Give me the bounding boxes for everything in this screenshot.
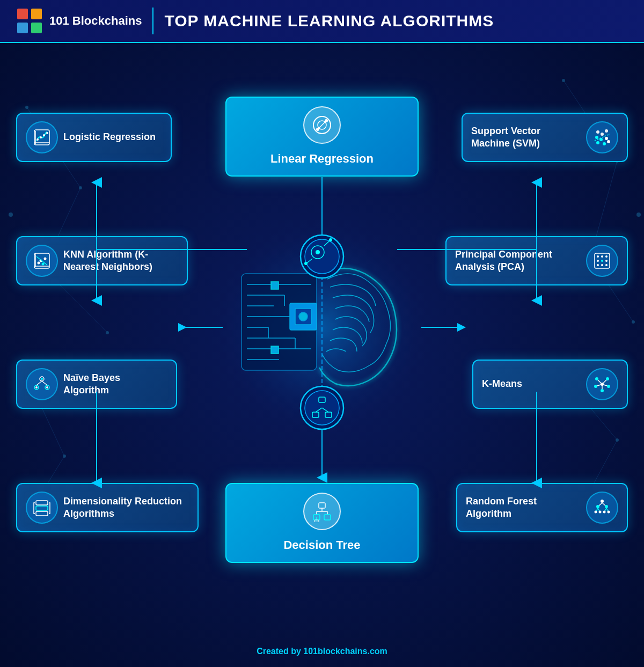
svg-point-78	[304, 262, 308, 265]
card-knn: KNN Algorithm (K-Nearest Neighbors)	[16, 236, 188, 285]
pca-label: Principal Component Analysis (PCA)	[455, 248, 581, 274]
svg-point-96	[36, 138, 39, 141]
svg-rect-29	[17, 23, 28, 33]
kmeans-label: K-Means	[482, 378, 522, 390]
svg-point-121	[605, 255, 608, 258]
linear-regression-label: Linear Regression	[270, 151, 374, 167]
card-random-forest: Random Forest Algorithm	[456, 483, 628, 532]
svg-point-105	[605, 137, 608, 140]
random-forest-label: Random Forest Algorithm	[466, 495, 581, 521]
card-linear-regression: Linear Regression	[225, 97, 419, 177]
svg-rect-150	[319, 503, 325, 508]
dimensionality-label: Dimensionality Reduction Algorithms	[63, 495, 189, 521]
svg-point-142	[594, 385, 597, 388]
svg-point-134	[35, 386, 38, 389]
svg-point-106	[596, 141, 599, 144]
svg-point-101	[601, 133, 604, 136]
main-content: Linear Regression Logistic Regression Su…	[0, 43, 644, 667]
svg-point-135	[46, 386, 48, 389]
svg-point-146	[601, 389, 604, 392]
svg-rect-148	[36, 506, 48, 510]
logo-icon	[16, 8, 43, 34]
dimensionality-icon	[26, 492, 58, 524]
logo-area: 101 Blockchains	[16, 8, 142, 34]
svm-icon	[586, 121, 618, 153]
svg-point-171	[608, 511, 610, 514]
knn-icon	[26, 245, 58, 277]
footer-text: Created by	[257, 647, 303, 656]
svg-point-103	[595, 136, 598, 139]
svg-point-125	[597, 264, 599, 266]
svg-point-168	[595, 511, 597, 514]
svg-rect-147	[36, 501, 48, 505]
svg-point-108	[607, 140, 610, 143]
logistic-regression-icon	[26, 121, 58, 153]
svg-point-123	[601, 260, 603, 262]
card-pca: Principal Component Analysis (PCA)	[445, 236, 628, 285]
card-decision-tree: Decision Tree	[225, 483, 419, 563]
svg-point-170	[603, 511, 606, 514]
svg-point-126	[601, 264, 603, 266]
svg-line-131	[36, 381, 42, 385]
svg-point-120	[601, 255, 603, 258]
svg-point-162	[596, 505, 599, 508]
brand-name: 101 Blockchains	[49, 14, 142, 28]
svg-point-99	[46, 132, 48, 134]
naive-bayes-icon	[26, 368, 58, 400]
page-title: TOP MACHINE LEARNING ALGORITHMS	[164, 12, 494, 30]
svg-point-122	[597, 260, 599, 262]
svg-point-115	[42, 263, 45, 266]
svg-point-102	[605, 129, 608, 133]
card-logistic-regression: Logistic Regression	[16, 113, 172, 162]
card-svm: Support Vector Machine (SVM)	[462, 113, 628, 162]
svg-point-124	[605, 260, 608, 262]
svg-point-69	[299, 312, 308, 321]
svg-point-113	[38, 262, 40, 265]
svg-point-100	[596, 130, 599, 134]
svg-rect-27	[17, 9, 28, 19]
svg-point-159	[601, 500, 604, 503]
svg-point-163	[605, 505, 608, 508]
svg-rect-64	[271, 282, 279, 289]
decision-tree-icon	[303, 493, 341, 530]
svg-point-119	[597, 255, 599, 258]
svg-point-107	[603, 142, 606, 145]
svg-rect-30	[31, 23, 42, 33]
header-divider	[152, 8, 153, 34]
svg-rect-66	[271, 346, 279, 354]
svg-point-169	[599, 511, 602, 514]
svg-point-127	[605, 264, 608, 266]
svg-point-76	[329, 238, 332, 241]
footer-link: 101blockchains.com	[303, 647, 387, 656]
svg-point-97	[40, 136, 42, 138]
svg-point-138	[595, 377, 598, 380]
svg-line-132	[42, 381, 47, 385]
svg-point-98	[43, 134, 45, 136]
footer: Created by 101blockchains.com	[0, 647, 644, 656]
pca-icon	[586, 245, 618, 277]
brain-diagram	[188, 199, 456, 456]
svg-point-140	[606, 377, 609, 380]
knn-label: KNN Algorithm (K-Nearest Neighbors)	[63, 248, 178, 274]
svg-rect-149	[36, 511, 48, 516]
linear-regression-icon	[303, 106, 341, 144]
svg-point-133	[41, 378, 43, 380]
svg-rect-28	[31, 9, 42, 19]
svm-label: Support Vector Machine (SVM)	[471, 125, 581, 150]
svg-point-116	[44, 258, 47, 260]
decision-tree-label: Decision Tree	[283, 538, 360, 553]
card-naive-bayes: Naïve Bayes Algorithm	[16, 360, 177, 409]
card-dimensionality: Dimensionality Reduction Algorithms	[16, 483, 199, 532]
random-forest-icon	[586, 492, 618, 524]
svg-point-74	[316, 250, 320, 254]
kmeans-icon	[586, 368, 618, 400]
logistic-regression-label: Logistic Regression	[63, 131, 156, 143]
card-kmeans: K-Means	[472, 360, 628, 409]
header: 101 Blockchains TOP MACHINE LEARNING ALG…	[0, 0, 644, 43]
svg-point-144	[607, 385, 610, 388]
naive-bayes-label: Naïve Bayes Algorithm	[63, 372, 167, 397]
svg-rect-156	[324, 515, 331, 520]
